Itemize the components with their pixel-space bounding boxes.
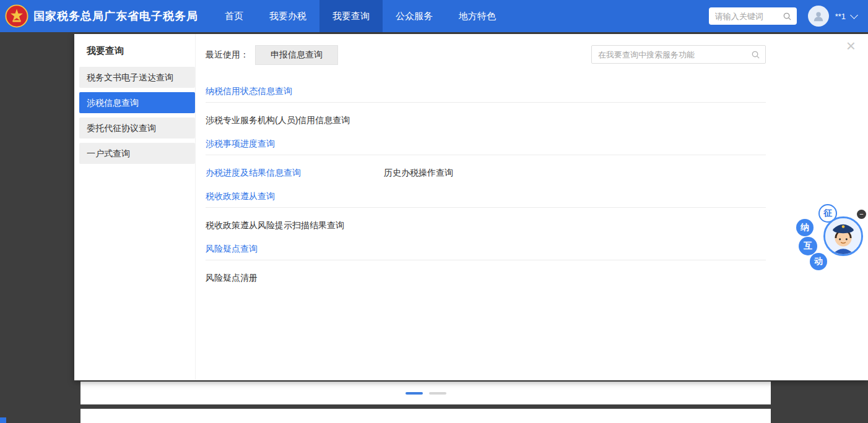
section-title-link[interactable]: 纳税信用状态信息查询: [206, 86, 766, 97]
carousel-dot[interactable]: [429, 392, 446, 395]
menu-item-tax-progress-result-query[interactable]: 办税进度及结果信息查询: [206, 168, 384, 179]
menu-sections: 纳税信用状态信息查询 涉税专业服务机构(人员)信用信息查询 涉税事项进度查询 办…: [206, 86, 766, 296]
recent-used-label: 最近使用：: [206, 49, 249, 61]
page: 国家税务总局广东省电子税务局 首页 我要办税 我要查询 公众服务 地方特色: [0, 0, 868, 423]
section-items: 办税进度及结果信息查询 历史办税操作查询: [206, 155, 766, 191]
widget-bubble-dong[interactable]: 动: [810, 253, 827, 270]
section-items: 税收政策遵从风险提示扫描结果查询: [206, 208, 766, 244]
main-nav: 首页 我要办税 我要查询 公众服务 地方特色: [212, 0, 509, 32]
user-name[interactable]: **1: [835, 12, 846, 21]
section-title-link[interactable]: 税收政策遵从查询: [206, 191, 766, 202]
menu-item-policy-risk-scan-result-query[interactable]: 税收政策遵从风险提示扫描结果查询: [206, 220, 384, 231]
menu-item-history-operation-query[interactable]: 历史办税操作查询: [384, 168, 562, 179]
search-icon[interactable]: [751, 50, 760, 59]
recent-used-button-declaration-info-query[interactable]: 申报信息查询: [255, 45, 338, 65]
nav-item-local-features[interactable]: 地方特色: [446, 0, 509, 32]
sidebar-item-entrusted-collection-query[interactable]: 委托代征协议查询: [79, 118, 195, 139]
nav-item-query[interactable]: 我要查询: [319, 0, 383, 32]
carousel-strip: [80, 382, 771, 404]
carousel-dot-active[interactable]: [406, 392, 423, 395]
header-right-cluster: **1: [709, 6, 857, 27]
menu-search-input[interactable]: [597, 49, 751, 60]
national-emblem-logo: [5, 4, 28, 28]
section-items: 涉税专业服务机构(人员)信用信息查询: [206, 103, 766, 139]
section-credit-status-query: 纳税信用状态信息查询 涉税专业服务机构(人员)信用信息查询: [206, 86, 766, 139]
menu-main-area: 最近使用： 申报信息查询 纳税信用状态信息查询 涉税专业服务机构(人: [196, 34, 868, 380]
header-search-input[interactable]: [714, 11, 783, 22]
section-tax-matter-progress-query: 涉税事项进度查询 办税进度及结果信息查询 历史办税操作查询: [206, 139, 766, 191]
nav-item-home[interactable]: 首页: [212, 0, 256, 32]
section-title-link[interactable]: 涉税事项进度查询: [206, 139, 766, 150]
sidebar-item-single-account-query[interactable]: 一户式查询: [79, 143, 195, 164]
menu-item-risk-doubt-list[interactable]: 风险疑点清册: [206, 273, 384, 284]
close-icon[interactable]: ×: [846, 38, 856, 54]
widget-bubble-na[interactable]: 纳: [796, 219, 814, 236]
nav-item-public-service[interactable]: 公众服务: [383, 0, 446, 32]
sidebar-item-document-delivery-query[interactable]: 税务文书电子送达查询: [79, 67, 195, 88]
site-title: 国家税务总局广东省电子税务局: [33, 9, 198, 24]
section-title-link[interactable]: 风险疑点查询: [206, 244, 766, 255]
background-content-strip: [80, 409, 771, 423]
menu-item-professional-service-credit-query[interactable]: 涉税专业服务机构(人员)信用信息查询: [206, 115, 384, 126]
corner-accent: [0, 417, 6, 423]
tax-interaction-widget[interactable]: 征 纳 互 动 −: [791, 203, 867, 271]
section-items: 风险疑点清册: [206, 260, 766, 296]
widget-bubble-hu[interactable]: 互: [799, 237, 817, 255]
sidebar-title: 我要查询: [87, 45, 195, 57]
user-avatar[interactable]: [808, 6, 829, 27]
widget-minimize-button[interactable]: −: [857, 210, 866, 219]
tax-officer-avatar[interactable]: [823, 216, 863, 256]
header-search-box: [709, 7, 797, 25]
menu-search-box: [591, 45, 766, 64]
menu-sidebar: 我要查询 税务文书电子送达查询 涉税信息查询 委托代征协议查询 一户式查询: [74, 34, 196, 380]
section-risk-doubt-query: 风险疑点查询 风险疑点清册: [206, 244, 766, 296]
query-mega-menu-panel: 我要查询 税务文书电子送达查询 涉税信息查询 委托代征协议查询 一户式查询 最近…: [74, 34, 868, 380]
section-policy-compliance-query: 税收政策遵从查询 税收政策遵从风险提示扫描结果查询: [206, 191, 766, 244]
chevron-down-icon[interactable]: [850, 11, 858, 19]
nav-item-tax-handling[interactable]: 我要办税: [256, 0, 319, 32]
sidebar-item-tax-info-query[interactable]: 涉税信息查询: [79, 92, 195, 113]
top-header: 国家税务总局广东省电子税务局 首页 我要办税 我要查询 公众服务 地方特色: [0, 0, 868, 32]
search-icon[interactable]: [783, 12, 792, 21]
